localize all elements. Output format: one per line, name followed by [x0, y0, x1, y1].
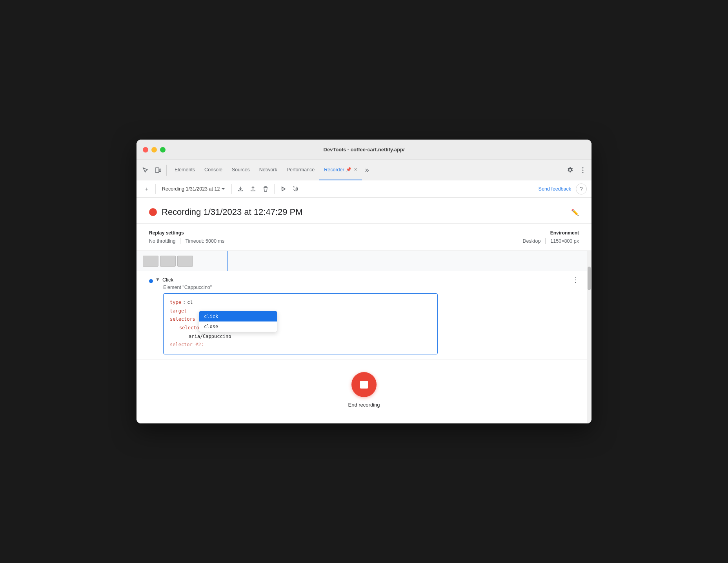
svg-point-3 — [582, 169, 584, 171]
device-toolbar-icon[interactable] — [152, 165, 163, 176]
export-button[interactable] — [235, 183, 246, 194]
help-button[interactable]: ? — [576, 183, 587, 194]
content-scroll[interactable]: ▼ Click ⋮ Element "Cappuccino" type : cl… — [136, 251, 592, 423]
step-element-label: Element "Cappuccino" — [155, 285, 579, 290]
settings-icon[interactable] — [565, 165, 576, 176]
throttling-value: No throttling — [149, 238, 175, 244]
settings-divider-2 — [545, 238, 546, 244]
autocomplete-dropdown[interactable]: click close — [199, 311, 277, 332]
delete-button[interactable] — [260, 183, 271, 194]
recorder-pin-icon: 📌 — [346, 167, 351, 172]
dimensions-value: 1150×800 px — [550, 238, 579, 244]
tab-icon-group — [140, 165, 167, 176]
close-button[interactable] — [143, 147, 148, 153]
send-feedback-button[interactable]: Send feedback — [535, 185, 574, 193]
scrollbar-thumb[interactable] — [588, 267, 591, 290]
main-content: Recording 1/31/2023 at 12:47:29 PM ✏️ Re… — [136, 198, 592, 423]
devtools-window: DevTools - coffee-cart.netlify.app/ Elem… — [136, 140, 592, 423]
recording-selector[interactable]: Recording 1/31/2023 at 12 — [159, 185, 228, 193]
tab-elements[interactable]: Elements — [170, 160, 200, 180]
step-over-button[interactable] — [290, 183, 301, 194]
more-options-icon[interactable] — [577, 165, 588, 176]
code-line-selector1-value: aria/Cappuccino — [170, 332, 431, 341]
preview-thumb-3 — [177, 256, 193, 267]
svg-point-2 — [582, 167, 584, 168]
preview-thumb-1 — [143, 256, 158, 267]
tab-console[interactable]: Console — [200, 160, 227, 180]
code-selectors-key: selectors — [170, 315, 195, 324]
preview-thumb-2 — [160, 256, 176, 267]
tab-sources[interactable]: Sources — [227, 160, 255, 180]
settings-divider — [180, 238, 180, 244]
replay-settings-values: No throttling Timeout: 5000 ms — [149, 238, 224, 244]
preview-bar — [136, 251, 592, 271]
tab-network[interactable]: Network — [255, 160, 282, 180]
recording-title: Recording 1/31/2023 at 12:47:29 PM — [162, 207, 566, 217]
end-recording-button[interactable] — [351, 372, 377, 397]
code-selector1-value: aria/Cappuccino — [189, 332, 231, 341]
autocomplete-item-click[interactable]: click — [199, 311, 277, 321]
code-line-type: type : cl — [170, 298, 431, 307]
step-type-label: Click — [162, 277, 173, 283]
environment-section: Environment Desktop 1150×800 px — [523, 230, 579, 244]
recorder-toolbar: + Recording 1/31/2023 at 12 — [136, 180, 592, 198]
traffic-lights — [143, 147, 166, 153]
step-click: ▼ Click ⋮ Element "Cappuccino" type : cl… — [136, 271, 592, 360]
code-editor[interactable]: type : cl target selectors selector #1: — [163, 293, 438, 354]
replay-settings-label: Replay settings — [149, 230, 224, 236]
timeout-value: Timeout: 5000 ms — [185, 238, 224, 244]
minimize-button[interactable] — [151, 147, 157, 153]
tab-recorder[interactable]: Recorder 📌 ✕ — [319, 160, 362, 180]
devtools-tab-bar: Elements Console Sources Network Perform… — [136, 160, 592, 180]
recorder-tab-close[interactable]: ✕ — [354, 167, 357, 172]
code-type-value[interactable]: cl — [187, 298, 193, 307]
autocomplete-item-close[interactable]: close — [199, 321, 277, 332]
step-connector-line — [227, 251, 228, 271]
import-button[interactable] — [248, 183, 258, 194]
preview-thumbnails — [143, 256, 193, 267]
settings-row: Replay settings No throttling Timeout: 5… — [136, 224, 592, 251]
step-more-options[interactable]: ⋮ — [572, 276, 579, 283]
inspect-icon[interactable] — [140, 165, 151, 176]
step-indicator — [149, 279, 153, 283]
svg-rect-1 — [159, 169, 161, 172]
toolbar-divider-3 — [274, 184, 275, 194]
toolbar-divider-2 — [231, 184, 232, 194]
recording-header: Recording 1/31/2023 at 12:47:29 PM ✏️ — [136, 198, 592, 224]
environment-values: Desktop 1150×800 px — [523, 238, 579, 244]
replay-button[interactable] — [278, 183, 289, 194]
end-recording-square-icon — [360, 381, 368, 389]
more-tabs-button[interactable]: » — [362, 160, 372, 180]
viewport-value: Desktop — [523, 238, 541, 244]
code-selector2-key: selector #2: — [170, 341, 204, 349]
tab-settings-group — [565, 165, 588, 176]
recording-indicator — [149, 208, 157, 216]
step-header: ▼ Click ⋮ — [155, 276, 579, 283]
svg-point-4 — [582, 172, 584, 173]
add-recording-button[interactable]: + — [141, 183, 152, 194]
maximize-button[interactable] — [160, 147, 166, 153]
tab-performance[interactable]: Performance — [282, 160, 320, 180]
end-recording-label: End recording — [348, 402, 380, 408]
code-type-key: type — [170, 298, 181, 307]
toolbar-divider-1 — [155, 184, 156, 194]
step-collapse-icon[interactable]: ▼ — [155, 277, 160, 282]
window-title: DevTools - coffee-cart.netlify.app/ — [324, 147, 405, 153]
replay-settings-section: Replay settings No throttling Timeout: 5… — [149, 230, 224, 244]
scrollbar-track[interactable] — [587, 251, 592, 423]
edit-title-icon[interactable]: ✏️ — [571, 209, 579, 216]
code-line-selector2: selector #2: — [170, 341, 431, 349]
svg-rect-0 — [155, 168, 159, 173]
end-recording-area: End recording — [136, 360, 592, 423]
code-target-key: target — [170, 307, 187, 316]
environment-label: Environment — [523, 230, 579, 236]
title-bar: DevTools - coffee-cart.netlify.app/ — [136, 140, 592, 160]
